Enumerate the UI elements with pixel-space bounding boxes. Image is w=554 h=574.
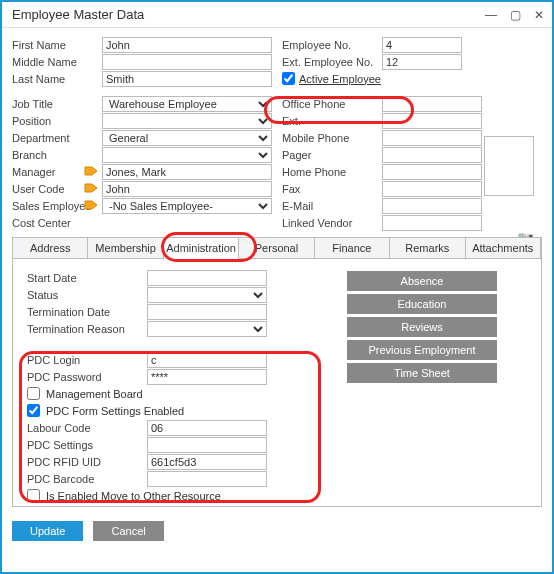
label-pdc-settings: PDC Settings	[27, 439, 147, 451]
branch-select[interactable]	[102, 147, 272, 163]
label-first-name: First Name	[12, 39, 102, 51]
email-input[interactable]	[382, 198, 482, 214]
is-enabled-move-checkbox[interactable]	[27, 489, 40, 502]
svg-marker-1	[85, 184, 97, 192]
label-office-phone: Office Phone	[282, 98, 382, 110]
start-date-input[interactable]	[147, 270, 267, 286]
time-sheet-button[interactable]: Time Sheet	[347, 363, 497, 383]
tab-address[interactable]: Address	[13, 238, 88, 259]
tab-body-administration: Start Date Status Termination Date Termi…	[12, 259, 542, 507]
label-is-enabled-move: Is Enabled Move to Other Resource	[46, 490, 221, 502]
education-button[interactable]: Education	[347, 294, 497, 314]
label-job-title: Job Title	[12, 98, 102, 110]
tab-remarks[interactable]: Remarks	[390, 238, 465, 259]
window-title: Employee Master Data	[12, 7, 484, 22]
titlebar: Employee Master Data — ▢ ✕	[2, 2, 552, 28]
label-active-employee[interactable]: Active Employee	[299, 73, 381, 85]
pdc-login-input[interactable]	[147, 352, 267, 368]
employee-no-input[interactable]	[382, 37, 462, 53]
pdc-barcode-input[interactable]	[147, 471, 267, 487]
mobile-phone-input[interactable]	[382, 130, 482, 146]
absence-button[interactable]: Absence	[347, 271, 497, 291]
middle-name-input[interactable]	[102, 54, 272, 70]
label-ext-employee-no: Ext. Employee No.	[282, 56, 382, 68]
management-board-checkbox[interactable]	[27, 387, 40, 400]
svg-marker-0	[85, 167, 97, 175]
pdc-form-settings-checkbox[interactable]	[27, 404, 40, 417]
previous-employment-button[interactable]: Previous Employment	[347, 340, 497, 360]
tab-personal[interactable]: Personal	[239, 238, 314, 259]
label-management-board: Management Board	[46, 388, 143, 400]
office-phone-input[interactable]	[382, 96, 482, 112]
svg-marker-2	[85, 201, 97, 209]
maximize-icon[interactable]: ▢	[508, 8, 522, 22]
ext-employee-no-input[interactable]	[382, 54, 462, 70]
termination-date-input[interactable]	[147, 304, 267, 320]
linked-vendor-input[interactable]	[382, 215, 482, 231]
department-select[interactable]: General	[102, 130, 272, 146]
labour-code-input[interactable]	[147, 420, 267, 436]
label-branch: Branch	[12, 149, 102, 161]
label-home-phone: Home Phone	[282, 166, 382, 178]
tab-membership[interactable]: Membership	[88, 238, 163, 259]
label-start-date: Start Date	[27, 272, 147, 284]
label-last-name: Last Name	[12, 73, 102, 85]
pdc-settings-input[interactable]	[147, 437, 267, 453]
link-arrow-icon[interactable]	[84, 165, 98, 177]
update-button[interactable]: Update	[12, 521, 83, 541]
cancel-button[interactable]: Cancel	[93, 521, 163, 541]
label-termination-date: Termination Date	[27, 306, 147, 318]
label-position: Position	[12, 115, 102, 127]
pager-input[interactable]	[382, 147, 482, 163]
link-arrow-icon[interactable]	[84, 199, 98, 211]
termination-reason-select[interactable]	[147, 321, 267, 337]
label-email: E-Mail	[282, 200, 382, 212]
tab-finance[interactable]: Finance	[315, 238, 390, 259]
label-department: Department	[12, 132, 102, 144]
pdc-rfid-uid-input[interactable]	[147, 454, 267, 470]
last-name-input[interactable]	[102, 71, 272, 87]
label-mobile-phone: Mobile Phone	[282, 132, 382, 144]
ext-input[interactable]	[382, 113, 482, 129]
job-title-select[interactable]: Warehouse Employee	[102, 96, 272, 112]
employee-master-window: Employee Master Data — ▢ ✕ First Name Mi…	[0, 0, 554, 574]
pdc-password-input[interactable]	[147, 369, 267, 385]
home-phone-input[interactable]	[382, 164, 482, 180]
label-labour-code: Labour Code	[27, 422, 147, 434]
tab-attachments[interactable]: Attachments	[466, 238, 541, 259]
tab-administration[interactable]: Administration	[164, 238, 239, 259]
link-arrow-icon[interactable]	[84, 182, 98, 194]
fax-input[interactable]	[382, 181, 482, 197]
status-select[interactable]	[147, 287, 267, 303]
active-employee-checkbox[interactable]	[282, 72, 295, 85]
label-status: Status	[27, 289, 147, 301]
user-code-input[interactable]	[102, 181, 272, 197]
label-pdc-barcode: PDC Barcode	[27, 473, 147, 485]
reviews-button[interactable]: Reviews	[347, 317, 497, 337]
employee-photo-placeholder	[484, 136, 534, 196]
label-termination-reason: Termination Reason	[27, 323, 147, 335]
label-cost-center: Cost Center	[12, 217, 102, 229]
label-pdc-form-settings: PDC Form Settings Enabled	[46, 405, 184, 417]
label-fax: Fax	[282, 183, 382, 195]
label-employee-no: Employee No.	[282, 39, 382, 51]
minimize-icon[interactable]: —	[484, 8, 498, 22]
label-middle-name: Middle Name	[12, 56, 102, 68]
tab-strip: Address Membership Administration Person…	[12, 237, 542, 259]
position-select[interactable]	[102, 113, 272, 129]
label-ext: Ext.	[282, 115, 382, 127]
label-pdc-login: PDC Login	[27, 354, 147, 366]
label-pager: Pager	[282, 149, 382, 161]
label-linked-vendor: Linked Vendor	[282, 217, 382, 229]
label-pdc-rfid-uid: PDC RFID UID	[27, 456, 147, 468]
first-name-input[interactable]	[102, 37, 272, 53]
close-icon[interactable]: ✕	[532, 8, 546, 22]
label-pdc-password: PDC Password	[27, 371, 147, 383]
manager-input[interactable]	[102, 164, 272, 180]
sales-employee-select[interactable]: -No Sales Employee-	[102, 198, 272, 214]
